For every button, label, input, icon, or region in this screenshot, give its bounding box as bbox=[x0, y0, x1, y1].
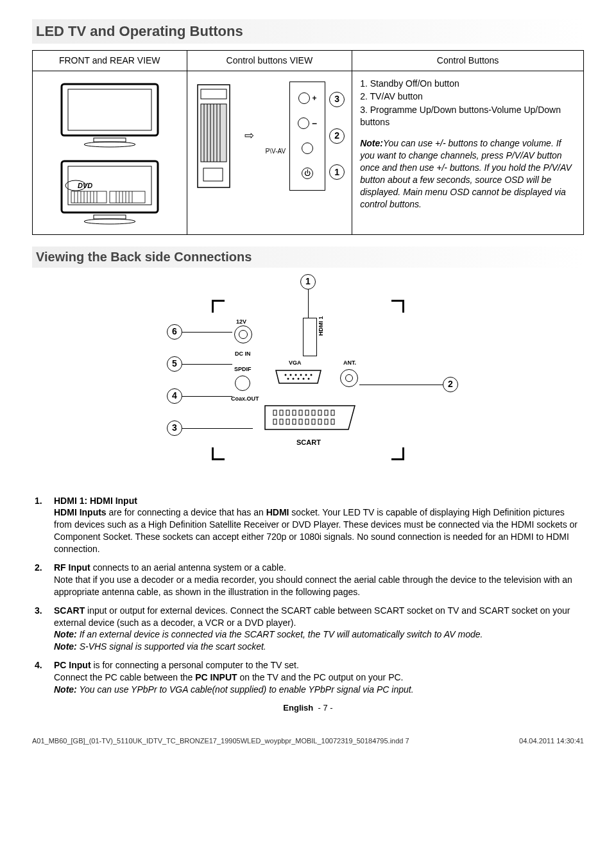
label-pvav: P\V-AV bbox=[266, 144, 286, 159]
svg-rect-35 bbox=[203, 168, 223, 181]
svg-point-25 bbox=[84, 219, 135, 224]
svg-rect-52 bbox=[305, 410, 309, 415]
svg-rect-66 bbox=[331, 419, 334, 424]
svg-rect-62 bbox=[305, 419, 309, 424]
ctrl-item-2: 2. TV/AV button bbox=[360, 91, 576, 103]
back-callout-1: 1 bbox=[300, 274, 316, 290]
section-title-2: Viewing the Back side Connections bbox=[32, 247, 584, 268]
back-panel-diagram: 1 2 3 4 5 6 12V DC IN SPDIF Coax.OUT HDM… bbox=[141, 274, 475, 480]
tv-rear-icon: DVD bbox=[55, 156, 164, 227]
svg-rect-61 bbox=[299, 419, 302, 424]
rear-module-icon bbox=[194, 82, 233, 191]
label-12v: 12V bbox=[236, 318, 246, 325]
svg-rect-2 bbox=[94, 138, 126, 142]
th-ctrlview: Control buttons VIEW bbox=[187, 50, 352, 71]
scart-port-icon bbox=[262, 402, 358, 435]
svg-rect-47 bbox=[273, 410, 277, 415]
label-coax: Coax.OUT bbox=[231, 395, 259, 402]
svg-rect-55 bbox=[325, 410, 328, 415]
svg-rect-6 bbox=[71, 191, 107, 203]
cell-front-rear: DVD bbox=[33, 71, 187, 234]
back-callout-3: 3 bbox=[167, 420, 182, 436]
page-footer-meta: A01_MB60_[GB]_(01-TV)_5110UK_IDTV_TC_BRO… bbox=[32, 732, 584, 746]
svg-point-46 bbox=[308, 377, 310, 379]
svg-rect-7 bbox=[110, 191, 145, 203]
label-hdmi: HDMI 1 bbox=[317, 316, 325, 336]
svg-point-41 bbox=[311, 374, 312, 376]
svg-point-38 bbox=[295, 374, 297, 376]
svg-rect-1 bbox=[68, 89, 151, 130]
svg-rect-57 bbox=[273, 419, 277, 424]
desc-item-1: 1. HDMI 1: HDMI Input HDMI Inputs are fo… bbox=[35, 495, 581, 555]
svg-rect-60 bbox=[293, 419, 296, 424]
layout-table: FRONT and REAR VIEW Control buttons VIEW… bbox=[32, 50, 584, 235]
back-callout-2: 2 bbox=[443, 377, 458, 392]
svg-point-39 bbox=[300, 374, 302, 376]
svg-point-36 bbox=[285, 374, 287, 376]
svg-rect-64 bbox=[318, 419, 321, 424]
svg-rect-0 bbox=[62, 84, 158, 135]
back-callout-5: 5 bbox=[167, 356, 182, 372]
svg-point-3 bbox=[84, 142, 135, 147]
label-spdif: SPDIF bbox=[234, 365, 252, 373]
desc-item-3: 3. SCART input or output for external de… bbox=[35, 605, 581, 653]
svg-point-43 bbox=[293, 377, 295, 379]
cell-control-view: ⇨ P\V-AV + – ⏻ 3 bbox=[187, 71, 352, 234]
svg-rect-24 bbox=[94, 215, 126, 219]
svg-rect-48 bbox=[280, 410, 283, 415]
callout-1: 1 bbox=[329, 164, 345, 180]
desc-item-4: 4. PC Input is for connecting a personal… bbox=[35, 659, 581, 696]
th-front: FRONT and REAR VIEW bbox=[33, 50, 187, 71]
svg-rect-56 bbox=[331, 410, 334, 415]
tv-front-icon bbox=[55, 79, 164, 150]
th-ctrlbtns: Control Buttons bbox=[352, 50, 584, 71]
back-callout-4: 4 bbox=[167, 388, 182, 404]
svg-rect-54 bbox=[318, 410, 321, 415]
svg-rect-59 bbox=[286, 419, 289, 424]
svg-rect-53 bbox=[312, 410, 315, 415]
svg-point-45 bbox=[303, 377, 305, 379]
svg-rect-51 bbox=[299, 410, 302, 415]
ctrl-item-1: 1. Standby Off/On button bbox=[360, 78, 576, 90]
description-list: 1. HDMI 1: HDMI Input HDMI Inputs are fo… bbox=[32, 495, 584, 696]
svg-point-40 bbox=[305, 374, 307, 376]
svg-rect-49 bbox=[286, 410, 289, 415]
desc-item-2: 2. RF Input connects to an aerial antenn… bbox=[35, 562, 581, 598]
svg-rect-58 bbox=[280, 419, 283, 424]
label-dcin: DC IN bbox=[235, 350, 251, 358]
svg-point-42 bbox=[287, 377, 289, 379]
page-footer-center: English - 7 - bbox=[32, 702, 584, 714]
svg-rect-50 bbox=[293, 410, 296, 415]
ctrl-item-3: 3. Programme Up/Down buttons-Volume Up/D… bbox=[360, 104, 576, 128]
label-ant: ANT. bbox=[343, 359, 356, 367]
vga-port-icon bbox=[273, 367, 324, 386]
label-scart: SCART bbox=[296, 438, 321, 447]
ctrl-note: Note:You can use +/- buttons to change v… bbox=[360, 137, 576, 210]
svg-point-37 bbox=[290, 374, 292, 376]
svg-rect-27 bbox=[201, 89, 227, 99]
svg-point-44 bbox=[298, 377, 300, 379]
svg-text:DVD: DVD bbox=[78, 182, 92, 189]
footer-timestamp: 04.04.2011 14:30:41 bbox=[519, 736, 584, 746]
footer-filename: A01_MB60_[GB]_(01-TV)_5110UK_IDTV_TC_BRO… bbox=[32, 736, 409, 746]
back-callout-6: 6 bbox=[167, 324, 182, 340]
control-panel: + – ⏻ bbox=[289, 82, 325, 191]
callout-2: 2 bbox=[329, 128, 345, 144]
section-title-1: LED TV and Operating Buttons bbox=[32, 19, 584, 44]
callout-3: 3 bbox=[329, 92, 345, 107]
svg-rect-65 bbox=[325, 419, 328, 424]
svg-rect-63 bbox=[312, 419, 315, 424]
label-vga: VGA bbox=[289, 359, 302, 367]
cell-control-buttons: 1. Standby Off/On button 2. TV/AV button… bbox=[352, 71, 584, 234]
